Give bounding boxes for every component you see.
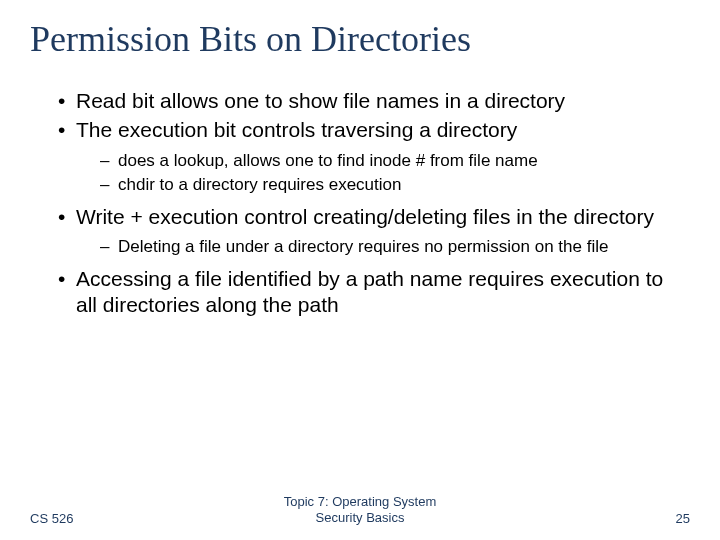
sub-bullet-item: Deleting a file under a directory requir… — [100, 236, 690, 258]
slide: Permission Bits on Directories Read bit … — [0, 0, 720, 540]
bullet-text: The execution bit controls traversing a … — [76, 118, 517, 141]
bullet-text: Read bit allows one to show file names i… — [76, 89, 565, 112]
footer-topic-line1: Topic 7: Operating System — [284, 494, 436, 509]
bullet-list-level1: Read bit allows one to show file names i… — [30, 88, 690, 319]
slide-footer: CS 526 Topic 7: Operating System Securit… — [0, 494, 720, 527]
sub-bullet-item: does a lookup, allows one to find inode … — [100, 150, 690, 172]
sub-bullet-item: chdir to a directory requires execution — [100, 174, 690, 196]
footer-page-number: 25 — [470, 511, 690, 526]
bullet-text: Accessing a file identified by a path na… — [76, 267, 663, 316]
sub-bullet-text: chdir to a directory requires execution — [118, 175, 401, 194]
sub-bullet-text: Deleting a file under a directory requir… — [118, 237, 608, 256]
bullet-item: The execution bit controls traversing a … — [58, 117, 690, 195]
bullet-list-level2: Deleting a file under a directory requir… — [76, 236, 690, 258]
footer-topic-line2: Security Basics — [316, 510, 405, 525]
footer-topic: Topic 7: Operating System Security Basic… — [250, 494, 470, 527]
bullet-item: Read bit allows one to show file names i… — [58, 88, 690, 114]
sub-bullet-text: does a lookup, allows one to find inode … — [118, 151, 538, 170]
bullet-item: Write + execution control creating/delet… — [58, 204, 690, 258]
bullet-item: Accessing a file identified by a path na… — [58, 266, 690, 319]
slide-content: Read bit allows one to show file names i… — [30, 88, 690, 319]
bullet-text: Write + execution control creating/delet… — [76, 205, 654, 228]
footer-course-code: CS 526 — [30, 511, 250, 526]
slide-title: Permission Bits on Directories — [30, 18, 690, 60]
bullet-list-level2: does a lookup, allows one to find inode … — [76, 150, 690, 196]
